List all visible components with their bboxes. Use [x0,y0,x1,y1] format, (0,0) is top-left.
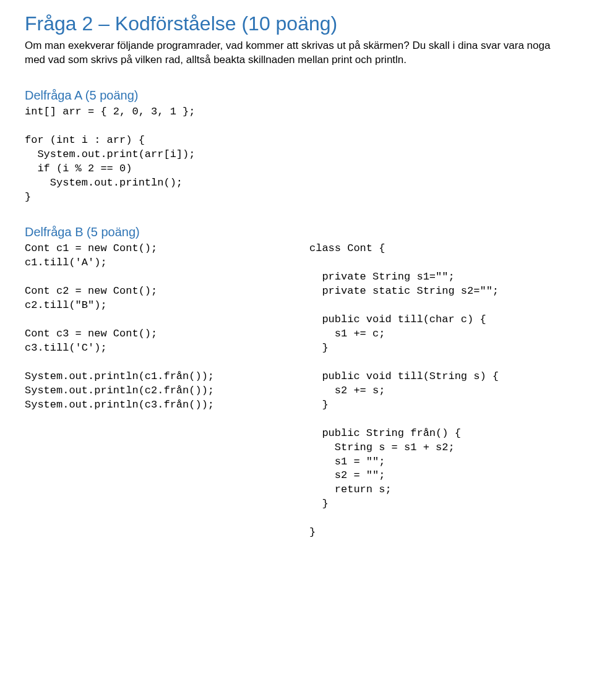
subheading-part-a: Delfråga A (5 poäng) [25,88,569,103]
question-title: Fråga 2 – Kodförståelse (10 poäng) [25,12,569,35]
intro-paragraph: Om man exekverar följande programrader, … [25,39,569,67]
code-block-part-a: int[] arr = { 2, 0, 3, 1 }; for (int i :… [25,105,569,205]
two-column-layout: Cont c1 = new Cont(); c1.till('A'); Cont… [25,242,569,540]
page-container: Fråga 2 – Kodförståelse (10 poäng) Om ma… [0,0,594,565]
subheading-part-b: Delfråga B (5 poäng) [25,225,569,239]
code-block-part-b-right: class Cont { private String s1=""; priva… [309,242,569,540]
column-left: Cont c1 = new Cont(); c1.till('A'); Cont… [25,242,285,540]
column-right: class Cont { private String s1=""; priva… [309,242,569,540]
code-block-part-b-left: Cont c1 = new Cont(); c1.till('A'); Cont… [25,242,285,412]
